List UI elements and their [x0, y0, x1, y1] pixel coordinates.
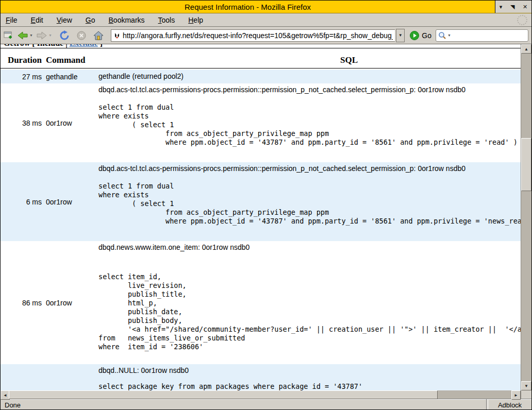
page-content: Getrow [ Include | Exclude ] Duration Co… — [1, 44, 521, 390]
url-bar — [111, 29, 395, 42]
getrow-filter-prefix: Getrow [ — [4, 44, 37, 47]
url-input[interactable] — [123, 31, 393, 40]
menu-item-bookmarks[interactable]: Bookmarks — [109, 16, 145, 24]
reload-button[interactable] — [59, 30, 70, 41]
go-label: Go — [422, 31, 431, 40]
table-header-row: Duration Command SQL — [1, 48, 521, 69]
sql-title: dbqd..NULL: 0or1row nsdb0 — [98, 366, 521, 375]
browser-window: Request Information - Mozilla Firefox ▾ … — [0, 0, 532, 410]
search-icon — [438, 31, 446, 40]
navigation-toolbar: ▼ ▼ — [1, 27, 531, 44]
header-duration: Duration — [1, 55, 42, 65]
back-dropdown-icon[interactable]: ▼ — [29, 33, 33, 37]
back-button[interactable]: ▼ — [17, 31, 33, 40]
vertical-scrollbar-thumb[interactable] — [521, 138, 531, 191]
getrow-filter-line: Getrow [ Include | Exclude ] — [1, 44, 521, 48]
sql-statement: select 1 from dual where exists ( select… — [98, 182, 521, 226]
close-icon[interactable]: ✕ — [523, 4, 527, 10]
menu-item-go[interactable]: Go — [86, 16, 95, 24]
table-body: 27 msgethandlegethandle (returned pool2)… — [1, 70, 521, 390]
window-controls: ▾ ◥ ✕ — [495, 1, 531, 13]
search-bar: ▼ — [436, 29, 528, 42]
search-dropdown-icon[interactable]: ▼ — [447, 33, 451, 37]
sql-statement: select package_key from apm_packages whe… — [98, 382, 521, 390]
getrow-filter-suffix: ] — [98, 44, 103, 47]
adblock-button[interactable]: Adblock — [488, 401, 531, 409]
forward-button[interactable]: ▼ — [36, 31, 52, 40]
title-bar: Request Information - Mozilla Firefox ▾ … — [1, 1, 531, 13]
menu-item-help[interactable]: Help — [188, 16, 203, 24]
forward-icon — [36, 31, 47, 40]
menu-item-file[interactable]: File — [6, 16, 18, 24]
duration-cell: 6 ms — [1, 162, 42, 241]
stop-icon — [77, 31, 86, 40]
home-button[interactable] — [93, 31, 104, 40]
sql-title: gethandle (returned pool2) — [98, 72, 521, 81]
command-cell: gethandle — [42, 70, 94, 83]
reload-icon — [59, 30, 70, 41]
url-dropdown-button[interactable]: ▼ — [396, 29, 405, 42]
maximize-icon[interactable]: ◥ — [510, 4, 514, 10]
site-favicon — [113, 32, 121, 39]
sql-cell: dbqd.acs-tcl.tcl.acs-permissions-procs.p… — [94, 83, 521, 162]
getrow-include-option: Include — [37, 44, 64, 47]
sql-cell: dbqd..NULL: 0or1row nsdb0select package_… — [94, 364, 521, 390]
minimize-icon[interactable]: ▾ — [500, 4, 503, 10]
vertical-scrollbar[interactable]: ▲ ▼ — [521, 44, 531, 390]
menubar-items: FileEditViewGoBookmarksToolsHelp — [6, 16, 217, 24]
scroll-down-icon[interactable]: ▼ — [521, 381, 531, 390]
scrollbar-corner — [521, 390, 531, 399]
menu-item-edit[interactable]: Edit — [31, 16, 43, 24]
page-viewport: Getrow [ Include | Exclude ] Duration Co… — [1, 44, 521, 390]
throbber-icon — [517, 15, 527, 25]
horizontal-scrollbar[interactable]: ◄ ► — [1, 390, 521, 399]
getrow-filter-divider: | — [63, 44, 70, 47]
status-text: Done — [1, 401, 486, 409]
table-row: 27 msgethandlegethandle (returned pool2) — [1, 70, 521, 83]
new-window-icon — [4, 31, 14, 40]
duration-cell: 38 ms — [1, 83, 42, 162]
command-cell: 0or1row — [42, 364, 94, 390]
query-table: Duration Command SQL 27 msgethandlegetha… — [1, 48, 521, 390]
scroll-up-icon[interactable]: ▲ — [521, 44, 531, 54]
horizontal-scrollbar-thumb[interactable] — [9, 390, 438, 399]
go-button[interactable]: Go — [410, 31, 431, 40]
menu-item-tools[interactable]: Tools — [158, 16, 175, 24]
command-cell: 0or1row — [42, 241, 94, 364]
go-icon — [410, 31, 419, 40]
menu-bar: FileEditViewGoBookmarksToolsHelp — [1, 13, 531, 27]
duration-cell: 86 ms — [1, 241, 42, 364]
duration-cell: 3 ms — [1, 364, 42, 390]
adblock-label: Adblock — [498, 401, 522, 410]
stop-button[interactable] — [77, 31, 86, 40]
table-row: 3 ms0or1rowdbqd..NULL: 0or1row nsdb0sele… — [1, 364, 521, 390]
header-command: Command — [42, 55, 94, 65]
sql-statement: select 1 from dual where exists ( select… — [98, 103, 521, 147]
table-row: 6 ms0or1rowdbqd.acs-tcl.tcl.acs-permissi… — [1, 162, 521, 241]
forward-dropdown-icon[interactable]: ▼ — [48, 33, 52, 37]
sql-title: dbqd.acs-tcl.tcl.acs-permissions-procs.p… — [98, 164, 521, 173]
home-icon — [93, 31, 104, 40]
table-row: 38 ms0or1rowdbqd.acs-tcl.tcl.acs-permiss… — [1, 83, 521, 162]
command-cell: 0or1row — [42, 162, 94, 241]
search-input[interactable] — [451, 31, 532, 40]
header-sql: SQL — [94, 55, 521, 65]
getrow-exclude-link[interactable]: Exclude — [70, 44, 98, 47]
sql-title: dbqd.news.www.item.one_item: 0or1row nsd… — [98, 243, 521, 252]
duration-cell: 27 ms — [1, 70, 42, 83]
scroll-right-icon[interactable]: ► — [511, 390, 521, 400]
window-title: Request Information - Mozilla Firefox — [1, 3, 495, 11]
command-cell: 0or1row — [42, 83, 94, 162]
status-bar: Done Adblock — [1, 399, 531, 410]
new-window-button[interactable] — [4, 31, 14, 40]
table-row: 86 ms0or1rowdbqd.news.www.item.one_item:… — [1, 241, 521, 364]
sql-cell: dbqd.news.www.item.one_item: 0or1row nsd… — [94, 241, 521, 364]
menu-item-view[interactable]: View — [57, 16, 72, 24]
sql-title: dbqd.acs-tcl.tcl.acs-permissions-procs.p… — [98, 86, 521, 94]
sql-cell: gethandle (returned pool2) — [94, 70, 521, 83]
sql-cell: dbqd.acs-tcl.tcl.acs-permissions-procs.p… — [94, 162, 521, 241]
back-icon — [17, 31, 28, 40]
sql-statement: select item_id, live_revision, publish_t… — [98, 272, 521, 351]
